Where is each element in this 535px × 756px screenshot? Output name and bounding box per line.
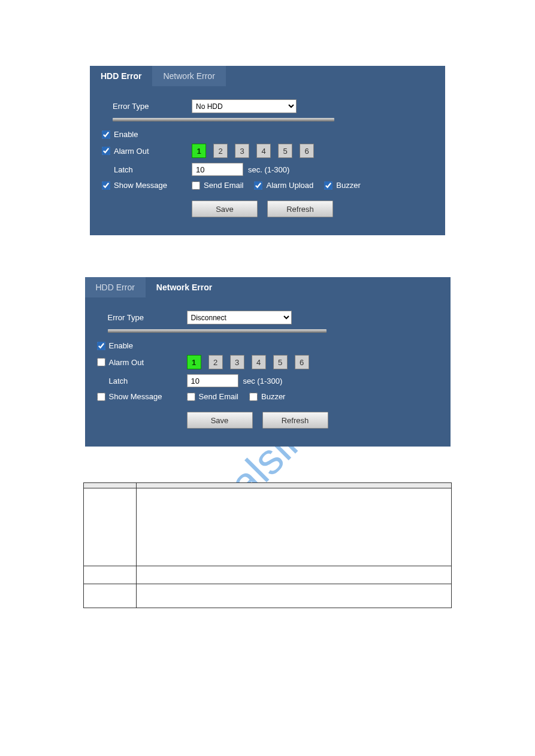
show-message-label: Show Message	[114, 181, 167, 190]
enable-checkbox[interactable]	[102, 130, 110, 139]
tab-bar: HDD Error Network Error	[85, 277, 451, 297]
error-type-select[interactable]: No HDD	[192, 99, 297, 113]
table-row	[84, 566, 452, 584]
refresh-button[interactable]: Refresh	[262, 412, 328, 429]
error-type-label: Error Type	[108, 313, 187, 322]
table-row	[84, 584, 452, 608]
buzzer-checkbox[interactable]	[249, 393, 258, 401]
alarm-out-4[interactable]: 4	[252, 355, 266, 369]
tab-hdd-error[interactable]: HDD Error	[85, 277, 146, 297]
alarm-out-label: Alarm Out	[114, 147, 149, 156]
latch-unit: sec. (1-300)	[248, 165, 289, 174]
latch-unit: sec (1-300)	[243, 377, 283, 385]
alarm-out-4[interactable]: 4	[256, 144, 271, 158]
alarm-out-5[interactable]: 5	[278, 144, 292, 158]
parameter-table	[83, 482, 452, 608]
enable-label: Enable	[109, 341, 133, 350]
tab-network-error[interactable]: Network Error	[152, 66, 225, 86]
alarm-out-label: Alarm Out	[109, 358, 144, 367]
send-email-label: Send Email	[204, 181, 243, 190]
alarm-out-2[interactable]: 2	[208, 355, 223, 369]
latch-input[interactable]	[187, 374, 238, 387]
table-header-function	[137, 483, 452, 488]
show-message-label: Show Message	[109, 392, 162, 401]
buzzer-label: Buzzer	[336, 181, 360, 190]
cell-func	[137, 488, 452, 566]
error-type-select[interactable]: Disconnect	[187, 311, 292, 324]
divider	[108, 329, 327, 333]
latch-input[interactable]	[192, 163, 243, 176]
alarm-out-3[interactable]: 3	[235, 144, 249, 158]
tab-network-error[interactable]: Network Error	[146, 277, 223, 297]
latch-label: Latch	[114, 165, 133, 174]
alarm-out-buttons: 1 2 3 4 5 6	[192, 144, 316, 158]
alarm-out-3[interactable]: 3	[230, 355, 244, 369]
error-type-label: Error Type	[113, 102, 192, 111]
alarm-upload-label: Alarm Upload	[266, 181, 313, 190]
alarm-out-5[interactable]: 5	[273, 355, 288, 369]
send-email-checkbox[interactable]	[192, 181, 200, 190]
alarm-out-6[interactable]: 6	[300, 144, 314, 158]
divider	[113, 118, 334, 122]
cell-param	[84, 566, 137, 584]
save-button[interactable]: Save	[187, 412, 253, 429]
enable-checkbox[interactable]	[97, 342, 105, 350]
alarm-upload-checkbox[interactable]	[254, 181, 262, 190]
alarm-out-checkbox[interactable]	[102, 147, 110, 155]
cell-func	[137, 566, 452, 584]
alarm-out-checkbox[interactable]	[97, 358, 105, 366]
network-error-panel: HDD Error Network Error Error Type Disco…	[85, 277, 451, 447]
alarm-out-buttons: 1 2 3 4 5 6	[187, 355, 312, 369]
cell-param	[84, 584, 137, 608]
alarm-out-1[interactable]: 1	[192, 144, 206, 158]
alarm-out-1[interactable]: 1	[187, 355, 201, 369]
hdd-error-panel: HDD Error Network Error Error Type No HD…	[90, 66, 445, 235]
tab-hdd-error[interactable]: HDD Error	[90, 66, 152, 86]
alarm-out-2[interactable]: 2	[213, 144, 228, 158]
refresh-button[interactable]: Refresh	[267, 201, 333, 217]
alarm-out-6[interactable]: 6	[295, 355, 309, 369]
buzzer-checkbox[interactable]	[324, 181, 333, 190]
buzzer-label: Buzzer	[261, 392, 285, 401]
send-email-label: Send Email	[199, 392, 238, 401]
tab-bar: HDD Error Network Error	[90, 66, 445, 86]
send-email-checkbox[interactable]	[187, 393, 195, 401]
cell-func	[137, 584, 452, 608]
table-row	[84, 488, 452, 566]
show-message-checkbox[interactable]	[102, 181, 110, 190]
cell-param	[84, 488, 137, 566]
enable-label: Enable	[114, 130, 138, 139]
show-message-checkbox[interactable]	[97, 393, 105, 401]
table-header-parameter	[84, 483, 137, 488]
save-button[interactable]: Save	[192, 201, 258, 217]
latch-label: Latch	[109, 377, 128, 385]
